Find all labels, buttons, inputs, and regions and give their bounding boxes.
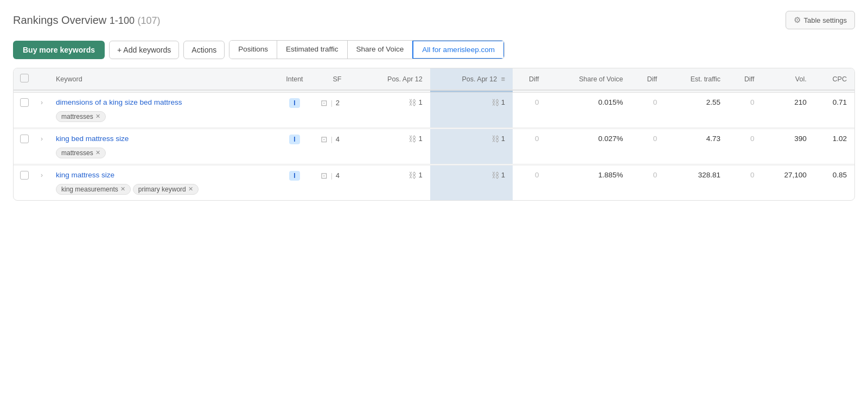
tag-label: king measurements (61, 186, 118, 193)
keyword-block: king bed mattress size mattresses ✕ (56, 135, 269, 158)
expand-chevron[interactable]: › (41, 171, 43, 179)
table-row: › king bed mattress size mattresses ✕ I … (14, 129, 854, 164)
vol-value: 27,100 (784, 171, 806, 179)
sov-value: 1.885% (598, 171, 623, 179)
diff3-value: 0 (750, 98, 755, 106)
row-checkbox-cell (14, 92, 35, 127)
pos-prev-value: 1 (418, 135, 422, 143)
table-header-row: Keyword Intent SF Pos. Apr 12 Pos. Apr 1… (14, 68, 854, 90)
keyword-link[interactable]: king bed mattress size (56, 135, 269, 143)
tab-all-for-domain[interactable]: All for amerisleep.com (412, 40, 505, 59)
row-est-traffic-cell: 328.81 (665, 165, 728, 200)
buy-keywords-button[interactable]: Buy more keywords (13, 41, 105, 59)
cpc-value: 0.71 (833, 98, 847, 106)
select-all-checkbox[interactable] (20, 74, 29, 82)
keyword-tag: mattresses ✕ (56, 148, 106, 158)
tag-remove[interactable]: ✕ (188, 186, 193, 193)
tag-remove[interactable]: ✕ (95, 113, 100, 120)
row-pos-prev-cell: ⛓ 1 (359, 129, 430, 164)
row-pos-curr-cell: ⛓ 1 (430, 129, 513, 164)
row-sf-cell: ⊡ | 4 (315, 129, 360, 164)
table-settings-label: Table settings (804, 16, 847, 24)
chain-icon: ⛓ (409, 171, 416, 180)
row-expand-cell: › (35, 165, 50, 200)
table-settings-button[interactable]: ⚙ Table settings (786, 11, 856, 29)
row-keyword-cell: king bed mattress size mattresses ✕ (50, 129, 274, 164)
row-keyword-cell: dimensions of a king size bed mattress m… (50, 92, 274, 127)
header-est-traffic[interactable]: Est. traffic (665, 68, 728, 90)
header-pos-prev[interactable]: Pos. Apr 12 (359, 68, 430, 90)
header-intent: Intent (274, 68, 315, 90)
row-intent-cell: I (274, 129, 315, 164)
cpc-value: 1.02 (833, 135, 847, 143)
chain-icon: ⛓ (409, 135, 416, 143)
row-cpc-cell: 0.85 (814, 165, 854, 200)
header-keyword: Keyword (50, 68, 274, 90)
pos-prev-content: ⛓ 1 (365, 135, 422, 143)
tag-label: mattresses (61, 113, 93, 120)
row-diff3-cell: 0 (728, 92, 762, 127)
pos-curr-content: ⛓ 1 (436, 171, 505, 180)
tag-list: king measurements ✕primary keyword ✕ (56, 181, 269, 195)
header-diff2: Diff (631, 68, 665, 90)
title-range: 1-100 (110, 15, 135, 26)
sf-number: 4 (336, 171, 340, 180)
page-header: Rankings Overview 1-100 (107) ⚙ Table se… (13, 11, 855, 29)
pos-prev-content: ⛓ 1 (365, 98, 422, 107)
pos-prev-content: ⛓ 1 (365, 171, 422, 180)
rankings-table: Keyword Intent SF Pos. Apr 12 Pos. Apr 1… (13, 68, 855, 201)
row-est-traffic-cell: 4.73 (665, 129, 728, 164)
row-sov-cell: 0.027% (547, 129, 631, 164)
row-checkbox-cell (14, 129, 35, 164)
actions-button[interactable]: Actions (183, 41, 225, 59)
tag-list: mattresses ✕ (56, 145, 269, 158)
keyword-link[interactable]: dimensions of a king size bed mattress (56, 98, 269, 106)
expand-chevron[interactable]: › (41, 135, 43, 143)
row-cpc-cell: 1.02 (814, 129, 854, 164)
diff2-value: 0 (653, 135, 658, 143)
header-expand-col (35, 68, 50, 90)
row-pos-prev-cell: ⛓ 1 (359, 165, 430, 200)
intent-badge: I (289, 171, 299, 181)
row-sf-cell: ⊡ | 4 (315, 165, 360, 200)
row-diff3-cell: 0 (728, 129, 762, 164)
tag-remove[interactable]: ✕ (95, 149, 100, 156)
keyword-block: king mattress size king measurements ✕pr… (56, 171, 269, 195)
row-checkbox[interactable] (20, 98, 29, 107)
header-pos-curr[interactable]: Pos. Apr 12 ≡ (430, 68, 513, 90)
header-share-of-voice[interactable]: Share of Voice (547, 68, 631, 90)
row-diff2-cell: 0 (631, 92, 665, 127)
view-tabs: Positions Estimated traffic Share of Voi… (229, 40, 505, 59)
chain-icon: ⛓ (492, 98, 499, 107)
pos-prev-value: 1 (418, 98, 422, 106)
row-vol-cell: 210 (762, 92, 814, 127)
expand-chevron[interactable]: › (41, 99, 43, 106)
sf-number: 2 (336, 99, 340, 107)
header-cpc[interactable]: CPC (814, 68, 854, 90)
row-expand-cell: › (35, 92, 50, 127)
row-checkbox[interactable] (20, 171, 29, 180)
header-sf: SF (315, 68, 360, 90)
vol-value: 390 (794, 135, 807, 143)
row-diff3-cell: 0 (728, 165, 762, 200)
chain-icon: ⛓ (492, 171, 499, 180)
cpc-value: 0.85 (833, 171, 847, 179)
row-intent-cell: I (274, 165, 315, 200)
tab-share-of-voice[interactable]: Share of Voice (348, 41, 413, 59)
pos-curr-value: 1 (501, 98, 505, 106)
tag-remove[interactable]: ✕ (120, 186, 125, 193)
tab-positions[interactable]: Positions (229, 41, 277, 59)
sf-icon: ⊡ (321, 98, 328, 108)
keyword-link[interactable]: king mattress size (56, 171, 269, 179)
header-vol[interactable]: Vol. (762, 68, 814, 90)
keyword-tag: king measurements ✕ (56, 184, 131, 195)
header-diff1: Diff (513, 68, 547, 90)
add-keywords-button[interactable]: + Add keywords (109, 41, 179, 59)
row-keyword-cell: king mattress size king measurements ✕pr… (50, 165, 274, 200)
keyword-tag: primary keyword ✕ (133, 184, 199, 195)
title-total: (107) (137, 15, 160, 26)
row-sov-cell: 1.885% (547, 165, 631, 200)
tab-estimated-traffic[interactable]: Estimated traffic (277, 41, 348, 59)
pos-curr-content: ⛓ 1 (436, 135, 505, 143)
row-checkbox[interactable] (20, 135, 29, 143)
